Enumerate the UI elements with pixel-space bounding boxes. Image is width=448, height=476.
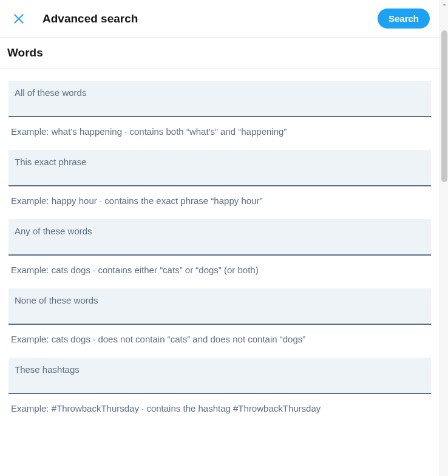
search-button[interactable]: Search	[378, 8, 430, 29]
any-words-input[interactable]: Any of these words	[8, 219, 431, 256]
scrollbar-arrow-up-icon[interactable]	[440, 0, 448, 9]
exact-phrase-example: Example: happy hour · contains the exact…	[8, 186, 431, 207]
section-title-words: Words	[0, 38, 440, 69]
field-none-words: None of these words Example: cats dogs ·…	[8, 288, 431, 345]
any-words-label: Any of these words	[15, 225, 425, 237]
none-words-label: None of these words	[15, 294, 425, 307]
scrollbar-thumb[interactable]	[441, 30, 447, 182]
dialog-header: Advanced search Search	[0, 0, 440, 38]
close-icon	[12, 12, 25, 25]
field-hashtags: These hashtags Example: #ThrowbackThursd…	[8, 358, 431, 415]
vertical-scrollbar[interactable]	[440, 0, 448, 476]
exact-phrase-label: This exact phrase	[15, 156, 425, 168]
header-left: Advanced search	[12, 12, 138, 25]
none-words-example: Example: cats dogs · does not contain “c…	[8, 325, 431, 345]
all-words-input[interactable]: All of these words	[8, 81, 431, 117]
hashtags-input[interactable]: These hashtags	[8, 358, 431, 394]
any-words-example: Example: cats dogs · contains either “ca…	[8, 256, 431, 276]
hashtags-example: Example: #ThrowbackThursday · contains t…	[8, 394, 431, 415]
hashtags-label: These hashtags	[15, 364, 425, 376]
field-exact-phrase: This exact phrase Example: happy hour · …	[8, 150, 431, 207]
all-words-label: All of these words	[15, 87, 425, 99]
field-any-words: Any of these words Example: cats dogs · …	[8, 219, 431, 276]
none-words-input[interactable]: None of these words	[8, 288, 431, 325]
close-button[interactable]	[12, 12, 25, 25]
dialog-title: Advanced search	[42, 12, 138, 25]
field-all-words: All of these words Example: what's happe…	[8, 81, 431, 138]
words-fields: All of these words Example: what's happe…	[0, 81, 440, 426]
exact-phrase-input[interactable]: This exact phrase	[8, 150, 431, 186]
all-words-example: Example: what's happening · contains bot…	[8, 117, 431, 138]
